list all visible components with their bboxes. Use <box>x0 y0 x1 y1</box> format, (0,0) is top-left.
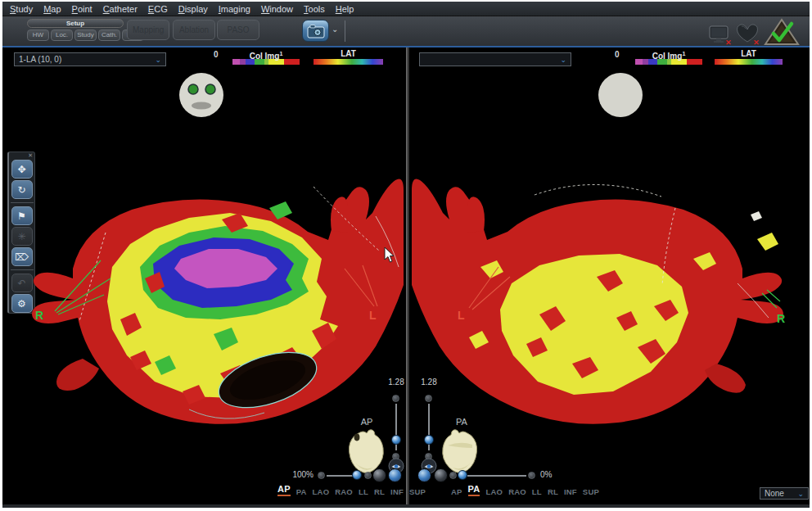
mapping-workstation-ui: Study Map Point Catheter ECG Display Ima… <box>2 2 810 508</box>
lat-scale-left: LAT <box>314 49 383 65</box>
menu-window[interactable]: Window <box>261 4 293 14</box>
toolbar: Setup HW Loc. Study Cath. Map Mapping Ab… <box>2 16 810 46</box>
shading-sphere-button-right[interactable] <box>434 468 448 482</box>
scale-min-left: 0 <box>214 50 219 59</box>
setup-group-label: Setup <box>27 19 124 28</box>
fill-plus-knob-right[interactable] <box>528 472 535 479</box>
menu-help[interactable]: Help <box>336 4 354 14</box>
view-sup-right[interactable]: SUP <box>583 487 599 496</box>
chevron-down-icon: ⌄ <box>155 57 161 63</box>
paso-button[interactable]: PASO <box>217 20 259 40</box>
zoom-handle-right[interactable] <box>424 435 434 445</box>
status-icons: ✕ ✕ <box>708 18 800 46</box>
view-ap-left[interactable]: AP <box>277 484 291 496</box>
camera-icon <box>307 24 325 38</box>
chevron-down-icon: ⌄ <box>797 491 804 497</box>
snapshot-chevron-icon[interactable]: ⌄ <box>332 25 338 34</box>
map-selector-left[interactable]: 1-LA (10, 0) ⌄ <box>14 52 166 66</box>
menu-ecg[interactable]: ECG <box>148 4 168 14</box>
zoom-value-right: 1.28 <box>413 378 444 387</box>
menu-catheter[interactable]: Catheter <box>103 4 138 14</box>
fill-track-right[interactable] <box>467 475 526 477</box>
fill-value-left: 100% <box>284 470 314 479</box>
scale-min-right: 0 <box>615 50 620 59</box>
marker-l-right: L <box>458 309 465 322</box>
close-icon[interactable]: ✕ <box>28 152 33 159</box>
colimg-scale-left: Col Img1 <box>232 49 300 65</box>
view-rl-left[interactable]: RL <box>374 487 385 496</box>
view-sup-left[interactable]: SUP <box>409 487 426 496</box>
marker-r-right: R <box>777 312 785 325</box>
snapshot-button[interactable] <box>302 20 329 42</box>
view-pa-left[interactable]: PA <box>296 487 307 496</box>
color-sphere-button-left[interactable] <box>388 468 402 482</box>
view-lao-left[interactable]: LAO <box>313 487 330 496</box>
fill-minus-knob-left[interactable] <box>318 472 325 479</box>
colimg-label: Col Img <box>250 52 280 61</box>
fill-handle-left[interactable] <box>352 470 362 480</box>
app-window: Study Map Point Catheter ECG Display Ima… <box>0 0 812 511</box>
view-inf-left[interactable]: INF <box>390 487 404 496</box>
view-pa-right[interactable]: PA <box>468 484 480 496</box>
marker-l-left: L <box>369 309 377 322</box>
map-selector-right[interactable]: ⌄ <box>419 52 571 66</box>
ablation-button[interactable]: Ablation <box>173 20 215 40</box>
heart-orientation-label-right: PA <box>451 417 472 427</box>
menu-tools[interactable]: Tools <box>304 4 325 14</box>
menu-study[interactable]: Study <box>10 4 33 14</box>
view-rao-right[interactable]: RAO <box>508 487 526 496</box>
view-rl-right[interactable]: RL <box>548 487 558 496</box>
location-pad-status-icon <box>764 18 800 46</box>
menu-imaging[interactable]: Imaging <box>219 4 250 14</box>
view-inf-right[interactable]: INF <box>564 487 577 496</box>
setup-group: Setup HW Loc. Study Cath. Map <box>27 19 143 43</box>
setup-study-button[interactable]: Study <box>74 29 97 41</box>
mouse-cursor <box>384 247 395 264</box>
setup-hw-button[interactable]: HW <box>27 29 49 41</box>
zoom-in-knob-left[interactable] <box>392 395 399 402</box>
orientation-head-back-icon <box>598 72 644 119</box>
svg-text:✕: ✕ <box>753 38 760 46</box>
heart-reference-status-icon: ✕ <box>736 23 760 46</box>
view-lao-right[interactable]: LAO <box>485 487 503 496</box>
lat-label: LAT <box>314 49 383 59</box>
heart-orientation-icon-right[interactable] <box>441 428 479 476</box>
fill-value-right: 0% <box>540 470 552 479</box>
marker-r-left: R <box>35 309 43 322</box>
color-sphere-button-right[interactable] <box>417 468 431 482</box>
toolbar-separator <box>345 20 345 42</box>
view-ll-left[interactable]: LL <box>359 487 368 496</box>
lat-colorbar <box>314 59 383 65</box>
menu-map[interactable]: Map <box>43 4 61 14</box>
panel-divider[interactable] <box>406 47 409 504</box>
view-ll-right[interactable]: LL <box>532 487 542 496</box>
view-ap-right[interactable]: AP <box>451 487 462 496</box>
lat-label: LAT <box>715 49 783 59</box>
view-buttons-left: AP PA LAO RAO LL RL INF SUP <box>277 485 426 496</box>
view-buttons-right: AP PA LAO RAO LL RL INF SUP <box>451 485 599 496</box>
setup-cath-button[interactable]: Cath. <box>98 29 120 41</box>
left-atrium-map-right[interactable]: L R <box>412 162 790 426</box>
menu-display[interactable]: Display <box>178 4 208 14</box>
view-rao-left[interactable]: RAO <box>335 487 353 496</box>
fill-minus-knob-right[interactable] <box>449 472 457 479</box>
menu-bar: Study Map Point Catheter ECG Display Ima… <box>2 2 810 16</box>
colimg-label: Col Img <box>652 52 683 61</box>
fill-plus-knob-left[interactable] <box>364 472 372 479</box>
setup-loc-button[interactable]: Loc. <box>51 29 73 41</box>
orientation-head-front-icon <box>178 72 225 119</box>
fill-handle-right[interactable] <box>458 470 467 480</box>
chevron-down-icon: ⌄ <box>560 57 566 63</box>
left-atrium-map-left[interactable]: R L <box>25 162 404 426</box>
zoom-handle-left[interactable] <box>391 435 401 445</box>
menu-point[interactable]: Point <box>72 4 92 14</box>
lat-colorbar <box>715 59 783 65</box>
shading-sphere-button-left[interactable] <box>372 468 386 482</box>
overlay-selector[interactable]: None ⌄ <box>760 487 809 500</box>
colimg-sup: 1 <box>682 51 685 57</box>
svg-text:✕: ✕ <box>725 38 732 46</box>
zoom-in-knob-right[interactable] <box>425 395 432 402</box>
colimg-sup: 1 <box>279 51 282 57</box>
mapping-button[interactable]: Mapping <box>127 20 169 40</box>
lat-scale-right: LAT <box>715 49 783 65</box>
